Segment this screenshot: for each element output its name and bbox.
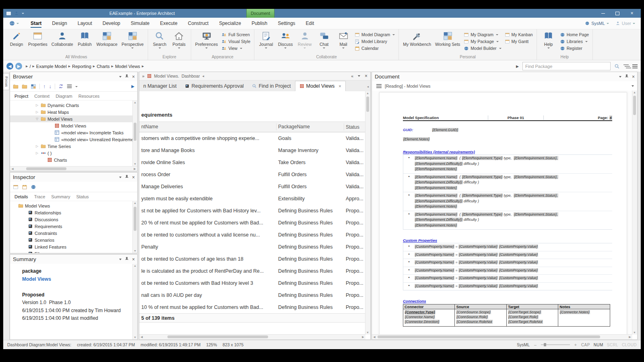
details-window-icon[interactable] — [13, 184, 19, 190]
scroll-up-icon[interactable]: ▲ — [133, 201, 137, 205]
ribbon-button-perspective[interactable]: Perspective — [120, 30, 146, 49]
breadcrumb-segment-reporting[interactable]: Reporting — [72, 64, 91, 69]
ribbon-button-journal[interactable]: Journal — [256, 30, 276, 49]
tree-item-model-view-incomplete-tasks[interactable]: «model view» Incomplete Tasks — [10, 129, 137, 136]
chevron-down-icon[interactable] — [119, 76, 122, 78]
focus-tab[interactable]: Focus — [3, 73, 9, 90]
center-hscroll[interactable]: ◀ ▶ — [139, 334, 365, 339]
close-icon[interactable]: × — [365, 74, 367, 78]
table-row[interactable]: rocess OrderFulfill OrdersValida... — [139, 169, 365, 181]
document-menu-icon[interactable] — [376, 84, 382, 85]
scroll-left-icon[interactable]: ◀ — [139, 335, 144, 339]
open-folder-icon[interactable] — [22, 84, 27, 89]
ribbon-button-collaborate[interactable]: Collaborate — [50, 30, 75, 47]
ribbon-button-discuss[interactable]: Discuss — [276, 30, 295, 49]
menu-tab-design[interactable]: Design — [47, 18, 72, 29]
inspector-tab-status[interactable]: Status — [76, 194, 89, 199]
browser-tab-context[interactable]: Context — [34, 94, 50, 99]
tree-item-model-views[interactable]: ▽Model Views — [10, 115, 137, 122]
browser-tab-resources[interactable]: Resources — [78, 94, 100, 99]
inspector-tab-summary[interactable]: Summary — [51, 194, 70, 199]
scroll-down-icon[interactable]: ▼ — [133, 162, 137, 166]
expand-panel-icon[interactable]: ▶ — [131, 84, 134, 88]
scroll-up-icon[interactable]: ▲ — [133, 101, 137, 105]
table-row[interactable]: tore and Manage BooksManage InventoryVal… — [139, 144, 365, 156]
menu-tab-edit[interactable]: Edit — [301, 18, 320, 29]
tree-item-linked-features[interactable]: Linked Features — [10, 243, 137, 250]
perspective-selector[interactable]: SysML — [585, 21, 609, 26]
table-row[interactable]: ystem must be easily extendibleExtensibi… — [139, 193, 365, 205]
chevron-down-icon[interactable] — [632, 85, 634, 87]
nav-forward-button[interactable]: ▶ — [15, 63, 22, 70]
table-row[interactable]: 20 % of rent must be applied for Custome… — [139, 217, 365, 229]
table-row[interactable]: nall cars is 80 AUD per dayDefining Busi… — [139, 289, 365, 301]
zoom-slider[interactable] — [541, 344, 570, 345]
tree-item-model-views[interactable]: Model Views — [10, 202, 137, 209]
minimize-button[interactable] — [601, 11, 605, 16]
hamburger-menu-icon[interactable] — [632, 64, 638, 65]
scroll-up-icon[interactable]: ▲ — [632, 90, 637, 95]
zoom-in-icon[interactable]: + — [574, 342, 577, 347]
browser-tab-diagram[interactable]: Diagram — [56, 94, 72, 99]
document-vscroll[interactable]: ▲ ▼ — [632, 90, 637, 335]
ribbon-button-model-library[interactable]: Model Library — [355, 39, 395, 44]
inspector-tab-trace[interactable]: Trace — [34, 194, 45, 199]
tab-requirements-approval[interactable]: Requirements Approval — [181, 81, 248, 91]
pin-icon[interactable] — [125, 175, 128, 179]
tree-item-[interactable]: ▷( ) — [10, 150, 137, 156]
ribbon-button-chat[interactable]: Chat — [314, 30, 334, 49]
table-row[interactable]: le is calculated as the product of RentP… — [139, 265, 365, 277]
tree-item-scenarios[interactable]: Scenarios — [10, 237, 137, 243]
browser-tree-vscroll[interactable]: ▲ ▼ — [132, 101, 137, 166]
breadcrumb-segment-model-views[interactable]: Model Views — [115, 64, 140, 69]
table-row[interactable]: stomers with a competitive online shoppi… — [139, 132, 365, 144]
menu-tab-settings[interactable]: Settings — [272, 18, 300, 29]
browser-tab-project[interactable]: Project — [14, 94, 28, 99]
new-diagram-icon[interactable] — [31, 84, 36, 89]
ribbon-button-review[interactable]: Review — [295, 30, 314, 49]
table-row[interactable]: ot be rented to Customers with Bad Histo… — [139, 277, 365, 289]
app-logo[interactable] — [9, 20, 19, 27]
ribbon-button-properties[interactable]: Properties — [26, 30, 50, 47]
pin-icon[interactable] — [125, 74, 128, 79]
chevrons-left-icon[interactable]: « — [351, 74, 353, 78]
table-row[interactable]: Manage DeliveriesFulfill OrdersValida... — [139, 181, 365, 193]
play-icon[interactable]: ▶ — [516, 64, 519, 68]
tab-model-views[interactable]: Model Views× — [295, 81, 346, 91]
menu-tab-simulate[interactable]: Simulate — [126, 18, 155, 29]
tree-item-heat-maps[interactable]: ▷Heat Maps — [10, 109, 137, 115]
menu-tab-specialize[interactable]: Specialize — [214, 18, 246, 29]
scroll-right-icon[interactable]: ▶ — [132, 167, 137, 171]
ribbon-button-portals[interactable]: Portals — [169, 30, 189, 49]
tree-item-charts[interactable]: Charts — [10, 156, 137, 163]
levels-icon[interactable] — [623, 64, 629, 65]
summary-vscroll[interactable]: ▲ ▼ — [132, 264, 137, 339]
chevron-down-icon[interactable] — [119, 177, 122, 178]
tree-item-model-views[interactable]: Model Views — [10, 122, 137, 129]
close-icon[interactable]: × — [132, 257, 135, 262]
find-package-input[interactable] — [522, 62, 611, 70]
ribbon-button-working-sets[interactable]: Working Sets — [433, 30, 462, 47]
tree-item-dynamic-charts[interactable]: ▷Dynamic Charts — [10, 102, 137, 109]
ribbon-button-my-gantt[interactable]: My Gantt — [505, 39, 533, 44]
ribbon-button-my-kanban[interactable]: My Kanban — [505, 32, 533, 37]
scroll-down-icon[interactable]: ▼ — [632, 331, 637, 335]
maximize-button[interactable] — [615, 11, 620, 16]
zoom-out-icon[interactable]: – — [534, 342, 537, 347]
close-icon[interactable]: × — [132, 74, 135, 79]
scroll-left-icon[interactable]: ◀ — [372, 335, 377, 339]
document-hscroll[interactable]: ◀ ▶ — [372, 334, 632, 339]
tree-item-constraints[interactable]: Constraints — [10, 230, 137, 237]
menu-tab-start[interactable]: Start — [25, 18, 47, 29]
ribbon-button-view[interactable]: View — [221, 45, 250, 51]
tab-find-in-project[interactable]: Find in Project — [248, 81, 295, 91]
breadcrumb-segment-[interactable]: / — [29, 64, 31, 69]
search-icon[interactable] — [614, 64, 620, 69]
chevron-collapsed-icon[interactable]: ▷ — [35, 145, 39, 148]
ribbon-button-calendar[interactable]: Calendar — [355, 45, 395, 51]
ribbon-button-full-screen[interactable]: Full Screen — [221, 32, 250, 37]
menu-tab-publish[interactable]: Publish — [246, 18, 272, 29]
ribbon-button-publish[interactable]: Publish — [75, 30, 95, 47]
new-package-icon[interactable] — [13, 84, 19, 89]
summary-element-link[interactable]: Model Views — [22, 276, 137, 284]
